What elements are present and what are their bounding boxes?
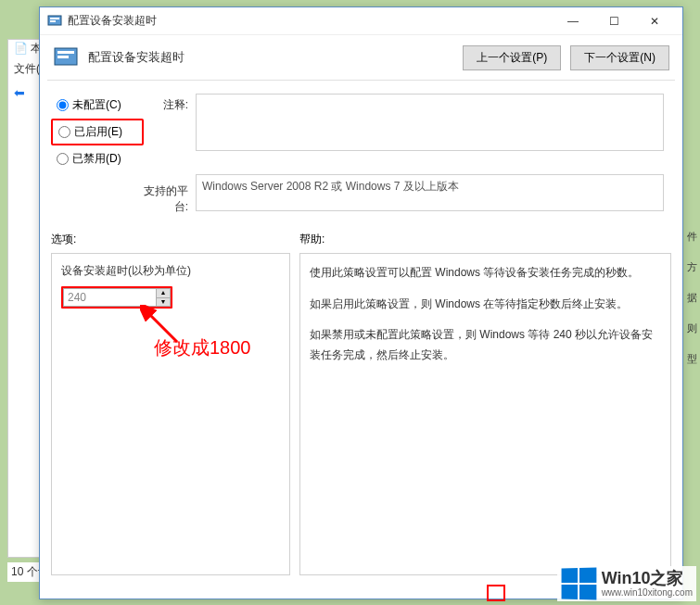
options-panel: 设备安装超时(以秒为单位) ▲ ▼ 修改成1800 [51, 253, 290, 575]
spinner-buttons: ▲ ▼ [156, 288, 171, 307]
radio-disabled[interactable]: 已禁用(D) [51, 147, 144, 170]
watermark-text: Win10之家 www.win10xitong.com [602, 570, 693, 599]
titlebar: 配置设备安装超时 — ☐ ✕ [40, 7, 682, 35]
minimize-button[interactable]: — [553, 8, 593, 34]
window-controls: — ☐ ✕ [553, 8, 675, 34]
timeout-input[interactable] [63, 288, 156, 307]
radio-disabled-input[interactable] [57, 153, 69, 165]
previous-setting-button[interactable]: 上一个设置(P) [463, 45, 561, 70]
radio-not-configured-label: 未配置(C) [72, 97, 121, 113]
window-title: 配置设备安装超时 [68, 13, 553, 29]
platform-text: Windows Server 2008 R2 或 Windows 7 及以上版本 [196, 174, 664, 211]
help-paragraph-1: 使用此策略设置可以配置 Windows 等待设备安装任务完成的秒数。 [310, 263, 661, 284]
help-panel: 使用此策略设置可以配置 Windows 等待设备安装任务完成的秒数。 如果启用此… [299, 253, 671, 575]
close-button[interactable]: ✕ [634, 8, 675, 34]
annotation-text: 修改成1800 [154, 335, 251, 360]
svg-rect-5 [57, 56, 69, 58]
radio-disabled-label: 已禁用(D) [72, 151, 121, 167]
svg-rect-2 [50, 20, 56, 22]
policy-icon [47, 14, 62, 29]
bg-window-title: 📄 本 [14, 41, 42, 57]
back-arrow-icon[interactable]: ⬅ [14, 85, 25, 100]
radio-enabled-label: 已启用(E) [74, 124, 122, 140]
platform-row: 支持的平台: Windows Server 2008 R2 或 Windows … [40, 172, 682, 217]
radio-not-configured-input[interactable] [57, 99, 69, 111]
strip-char: 型 [683, 352, 700, 366]
annotation-highlight-bottom [487, 585, 505, 601]
next-setting-button[interactable]: 下一个设置(N) [570, 45, 669, 70]
dialog-header: 配置设备安装超时 上一个设置(P) 下一个设置(N) [40, 35, 682, 80]
help-paragraph-3: 如果禁用或未配置此策略设置，则 Windows 等待 240 秒以允许设备安装任… [310, 325, 661, 365]
platform-label: 支持的平台: [144, 174, 196, 215]
windows-logo-icon [561, 568, 596, 600]
panels: 设备安装超时(以秒为单位) ▲ ▼ 修改成1800 使用此策略设置可以配置 Wi… [40, 253, 682, 586]
section-labels: 选项: 帮助: [40, 217, 682, 253]
strip-char: 则 [683, 321, 700, 335]
watermark-title: Win10之家 [602, 570, 693, 588]
svg-rect-1 [50, 18, 59, 19]
config-row: 未配置(C) 已启用(E) 已禁用(D) 注释: [40, 86, 682, 172]
options-label: 选项: [51, 232, 299, 247]
strip-char: 据 [683, 291, 700, 305]
strip-char: 方 [683, 260, 700, 274]
radio-enabled[interactable]: 已启用(E) [53, 120, 142, 144]
radio-group: 未配置(C) 已启用(E) 已禁用(D) [51, 88, 144, 170]
policy-header-icon [53, 44, 79, 70]
spinner-up-icon[interactable]: ▲ [157, 289, 170, 298]
divider [47, 80, 675, 81]
policy-title: 配置设备安装超时 [88, 49, 453, 66]
help-paragraph-2: 如果启用此策略设置，则 Windows 在等待指定秒数后终止安装。 [310, 295, 661, 315]
comment-label: 注释: [144, 88, 196, 113]
help-label: 帮助: [299, 232, 325, 247]
maximize-button[interactable]: ☐ [593, 8, 634, 34]
policy-dialog-window: 配置设备安装超时 — ☐ ✕ 配置设备安装超时 上一个设置(P) 下一个设置(N… [39, 6, 683, 599]
watermark: Win10之家 www.win10xitong.com [557, 566, 696, 601]
bg-menu-file[interactable]: 文件( [14, 61, 40, 77]
radio-enabled-input[interactable] [58, 126, 70, 138]
svg-rect-4 [57, 51, 74, 54]
right-strip: 件 方 据 则 型 [683, 213, 700, 383]
annotation-highlight-enabled: 已启用(E) [51, 119, 144, 145]
comment-textarea[interactable] [196, 94, 664, 151]
strip-char: 件 [683, 230, 700, 244]
document-icon: 📄 [14, 42, 28, 55]
timeout-field-label: 设备安装超时(以秒为单位) [61, 263, 280, 279]
radio-not-configured[interactable]: 未配置(C) [51, 94, 144, 117]
watermark-url: www.win10xitong.com [602, 587, 693, 598]
